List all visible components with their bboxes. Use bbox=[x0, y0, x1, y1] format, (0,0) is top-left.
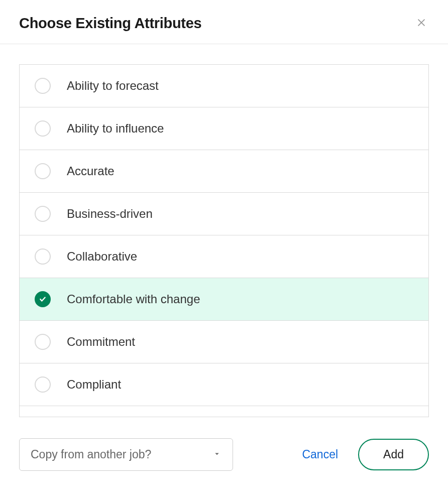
modal-header: Choose Existing Attributes bbox=[0, 0, 448, 44]
chevron-down-icon bbox=[212, 449, 221, 460]
attribute-checkbox[interactable] bbox=[35, 206, 51, 222]
attribute-row[interactable]: Business-driven bbox=[20, 193, 428, 235]
attribute-checkbox[interactable] bbox=[35, 334, 51, 350]
attribute-label: Accurate bbox=[67, 164, 115, 178]
attribute-checkbox[interactable] bbox=[35, 120, 51, 137]
attribute-label: Comfortable with change bbox=[67, 292, 200, 306]
list-tail bbox=[20, 406, 428, 417]
attribute-label: Ability to influence bbox=[67, 121, 164, 136]
close-button[interactable] bbox=[414, 15, 429, 32]
modal-title: Choose Existing Attributes bbox=[19, 15, 201, 32]
attribute-checkbox[interactable] bbox=[35, 248, 51, 265]
choose-attributes-modal: Choose Existing Attributes Ability to fo… bbox=[0, 0, 448, 471]
attribute-checkbox[interactable] bbox=[35, 78, 51, 94]
attribute-label: Compliant bbox=[67, 378, 121, 392]
modal-footer: Copy from another job? Cancel Add bbox=[0, 417, 448, 471]
add-button[interactable]: Add bbox=[358, 439, 429, 470]
attribute-row[interactable]: Commitment bbox=[20, 321, 428, 363]
attribute-label: Ability to forecast bbox=[67, 79, 159, 93]
attribute-row[interactable]: Collaborative bbox=[20, 235, 428, 278]
attribute-row[interactable]: Compliant bbox=[20, 363, 428, 406]
attribute-list: Ability to forecastAbility to influenceA… bbox=[19, 64, 429, 417]
attribute-label: Commitment bbox=[67, 335, 135, 349]
attribute-checkbox[interactable] bbox=[35, 291, 51, 307]
dropdown-label: Copy from another job? bbox=[31, 448, 151, 461]
attribute-checkbox[interactable] bbox=[35, 376, 51, 393]
modal-content: Ability to forecastAbility to influenceA… bbox=[0, 44, 448, 417]
attribute-label: Collaborative bbox=[67, 249, 137, 264]
attribute-label: Business-driven bbox=[67, 207, 153, 221]
attribute-row[interactable]: Accurate bbox=[20, 150, 428, 193]
attribute-row[interactable]: Comfortable with change bbox=[20, 278, 428, 321]
cancel-button[interactable]: Cancel bbox=[292, 443, 348, 466]
attribute-row[interactable]: Ability to influence bbox=[20, 107, 428, 150]
attribute-row[interactable]: Ability to forecast bbox=[20, 65, 428, 107]
attribute-checkbox[interactable] bbox=[35, 163, 51, 179]
copy-from-job-dropdown[interactable]: Copy from another job? bbox=[19, 438, 233, 471]
close-icon bbox=[416, 17, 427, 30]
